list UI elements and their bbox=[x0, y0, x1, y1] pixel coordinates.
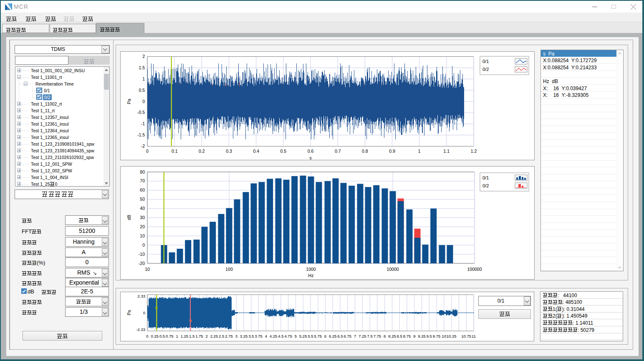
svg-text:8.75: 8.75 bbox=[403, 334, 411, 338]
svg-text:8.5: 8.5 bbox=[397, 334, 402, 338]
svg-text:10.75: 10.75 bbox=[461, 334, 471, 338]
svg-text:100: 100 bbox=[225, 267, 233, 272]
svg-text:6.75: 6.75 bbox=[344, 334, 352, 338]
svg-text:s: s bbox=[309, 155, 311, 160]
svg-text:-0.5: -0.5 bbox=[137, 110, 145, 115]
svg-text:10000: 10000 bbox=[386, 267, 399, 272]
svg-text:0.25: 0.25 bbox=[151, 334, 159, 338]
svg-text:1.2: 1.2 bbox=[471, 149, 477, 154]
svg-text:0: 0 bbox=[146, 334, 148, 338]
svg-text:6.25: 6.25 bbox=[329, 334, 337, 338]
svg-text:5.75: 5.75 bbox=[314, 334, 322, 338]
svg-text:7.25: 7.25 bbox=[359, 334, 366, 338]
svg-text:50: 50 bbox=[140, 197, 145, 202]
svg-text:-20: -20 bbox=[139, 261, 145, 266]
svg-text:40: 40 bbox=[140, 206, 145, 211]
svg-text:1: 1 bbox=[142, 76, 145, 81]
svg-text:1: 1 bbox=[418, 149, 421, 154]
svg-text:7.5: 7.5 bbox=[367, 334, 373, 338]
svg-text:0.75: 0.75 bbox=[166, 334, 174, 338]
svg-text:8.25: 8.25 bbox=[388, 334, 396, 338]
svg-text:5.5: 5.5 bbox=[308, 334, 313, 338]
svg-text:0.5: 0.5 bbox=[280, 149, 287, 154]
svg-text:0.3: 0.3 bbox=[226, 149, 232, 154]
svg-text:-2: -2 bbox=[141, 144, 145, 149]
svg-text:-2.33: -2.33 bbox=[136, 327, 145, 332]
svg-text:1.5: 1.5 bbox=[189, 334, 194, 338]
svg-text:4.5: 4.5 bbox=[278, 334, 283, 338]
svg-text:Hz: Hz bbox=[308, 273, 314, 278]
svg-text:4: 4 bbox=[265, 334, 267, 338]
svg-text:30: 30 bbox=[140, 215, 145, 220]
svg-text:5.25: 5.25 bbox=[299, 334, 307, 338]
svg-text:10: 10 bbox=[140, 233, 145, 238]
svg-text:2.75: 2.75 bbox=[225, 334, 233, 338]
svg-text:4.25: 4.25 bbox=[270, 334, 278, 338]
svg-text:1000: 1000 bbox=[306, 267, 316, 272]
svg-text:80: 80 bbox=[140, 169, 145, 174]
svg-text:2: 2 bbox=[206, 334, 208, 338]
svg-text:0.4: 0.4 bbox=[253, 149, 259, 154]
svg-text:1.1: 1.1 bbox=[444, 149, 450, 154]
svg-text:2.5: 2.5 bbox=[219, 334, 224, 338]
svg-text:100000: 100000 bbox=[467, 267, 482, 272]
svg-text:7.75: 7.75 bbox=[374, 334, 381, 338]
svg-text:0: 0 bbox=[142, 242, 145, 247]
svg-text:0: 0 bbox=[143, 311, 145, 315]
svg-text:0.6: 0.6 bbox=[308, 149, 314, 154]
svg-text:11: 11 bbox=[472, 334, 476, 338]
svg-text:Pa: Pa bbox=[127, 310, 131, 315]
svg-text:9: 9 bbox=[413, 334, 415, 338]
svg-text:0/1: 0/1 bbox=[482, 175, 489, 180]
svg-text:10: 10 bbox=[145, 267, 150, 272]
svg-text:3.25: 3.25 bbox=[240, 334, 248, 338]
svg-text:0.8: 0.8 bbox=[362, 149, 368, 154]
svg-text:0/1: 0/1 bbox=[482, 59, 489, 64]
svg-text:9.5: 9.5 bbox=[427, 334, 432, 338]
svg-text:0.1: 0.1 bbox=[172, 149, 178, 154]
svg-text:3.5: 3.5 bbox=[248, 334, 254, 338]
svg-text:2.33: 2.33 bbox=[138, 294, 146, 298]
svg-text:6.5: 6.5 bbox=[337, 334, 343, 338]
svg-text:-1: -1 bbox=[141, 121, 145, 126]
svg-text:0/2: 0/2 bbox=[482, 183, 489, 188]
svg-text:0.5: 0.5 bbox=[159, 334, 165, 338]
svg-text:60: 60 bbox=[140, 187, 145, 192]
svg-text:0/2: 0/2 bbox=[482, 67, 489, 72]
svg-text:dB: dB bbox=[126, 215, 131, 220]
svg-text:Pa: Pa bbox=[126, 98, 131, 104]
svg-text:9.25: 9.25 bbox=[418, 334, 426, 338]
svg-text:3.75: 3.75 bbox=[255, 334, 263, 338]
svg-text:10.25: 10.25 bbox=[447, 334, 457, 338]
svg-text:2: 2 bbox=[142, 54, 145, 59]
svg-text:6: 6 bbox=[324, 334, 326, 338]
svg-text:1: 1 bbox=[176, 334, 178, 338]
svg-text:0.9: 0.9 bbox=[389, 149, 395, 154]
svg-text:5: 5 bbox=[295, 334, 297, 338]
svg-text:2.25: 2.25 bbox=[210, 334, 218, 338]
svg-text:0.2: 0.2 bbox=[199, 149, 205, 154]
svg-text:1.25: 1.25 bbox=[181, 334, 189, 338]
svg-text:3: 3 bbox=[235, 334, 237, 338]
svg-text:70: 70 bbox=[140, 178, 145, 183]
svg-text:10: 10 bbox=[442, 334, 447, 338]
svg-text:4.75: 4.75 bbox=[284, 334, 292, 338]
svg-text:0: 0 bbox=[142, 99, 145, 104]
svg-text:0.7: 0.7 bbox=[335, 149, 341, 154]
svg-text:-10: -10 bbox=[139, 252, 145, 257]
svg-text:-1.5: -1.5 bbox=[137, 132, 145, 137]
svg-text:8: 8 bbox=[384, 334, 386, 338]
svg-text:7: 7 bbox=[354, 334, 356, 338]
svg-text:1.75: 1.75 bbox=[195, 334, 203, 338]
svg-text:0.5: 0.5 bbox=[139, 88, 145, 93]
svg-text:20: 20 bbox=[140, 224, 145, 229]
svg-text:0: 0 bbox=[146, 149, 149, 154]
svg-text:9.75: 9.75 bbox=[433, 334, 441, 338]
svg-text:1.5: 1.5 bbox=[139, 65, 145, 70]
